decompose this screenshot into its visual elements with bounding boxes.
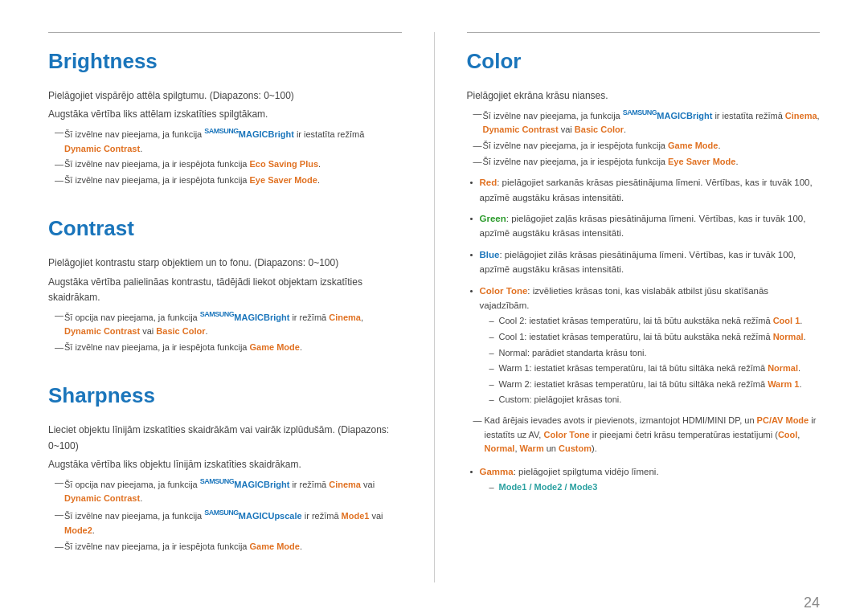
sharpness-desc1: Lieciet objektu līnijām izskatīties skai…: [48, 423, 402, 453]
brightness-title: Brightness: [48, 49, 402, 74]
sharpness-title: Sharpness: [48, 383, 402, 408]
left-column: Brightness Pielāgojiet vispārējo attēla …: [48, 32, 434, 582]
brightness-note1: Šī izvēlne nav pieejama, ja funkcija SAM…: [55, 125, 402, 156]
sharpness-section: Sharpness Lieciet objektu līnijām izskat…: [48, 383, 402, 554]
gamma-modes: Mode1 / Mode2 / Mode3: [486, 480, 821, 495]
top-divider-right: [467, 32, 821, 33]
brightness-desc2: Augstāka vērtība liks attēlam izskatītie…: [48, 107, 402, 122]
brightness-note3: Šī izvēlne nav pieejama, ja ir iespējota…: [55, 174, 402, 188]
color-tone-hdmi-note: Kad ārējais ievades avots ir pievienots,…: [473, 414, 821, 456]
color-bullet-gamma-item: Gamma: pielāgojiet spilgtuma vidējo līme…: [467, 464, 821, 495]
color-title: Color: [467, 49, 821, 74]
contrast-section: Contrast Pielāgojiet kontrastu starp obj…: [48, 216, 402, 354]
color-section: Color Pielāgojiet ekrāna krāsu nianses. …: [467, 49, 821, 495]
brightness-section: Brightness Pielāgojiet vispārējo attēla …: [48, 49, 402, 187]
brightness-note2: Šī izvēlne nav pieejama, ja ir iespējota…: [55, 157, 402, 172]
color-note3: Šī izvēlne nav pieejama, ja ir iespējota…: [473, 155, 821, 170]
color-tone-warm2: Warm 2: iestatiet krāsas temperatūru, la…: [486, 378, 821, 392]
color-note2: Šī izvēlne nav pieejama, ja ir iespējota…: [473, 139, 821, 153]
color-tone-cool1: Cool 1: iestatiet krāsas temperatūru, la…: [486, 330, 821, 345]
brightness-desc1: Pielāgojiet vispārējo attēla spilgtumu. …: [48, 88, 402, 104]
sharpness-desc2: Augstāka vērtība liks objektu līnijām iz…: [48, 457, 402, 472]
color-tone-custom: Custom: pielāgojiet krāsas toni.: [486, 393, 821, 407]
contrast-desc1: Pielāgojiet kontrastu starp objektiem un…: [48, 255, 402, 271]
top-divider-left: [48, 32, 402, 33]
contrast-note1: Šī opcija nav pieejama, ja funkcija SAMS…: [55, 309, 402, 339]
right-column: Color Pielāgojiet ekrāna krāsu nianses. …: [435, 32, 821, 582]
color-bullet-tone: Color Tone: izvēlieties krāsas toni, kas…: [467, 284, 821, 407]
color-bullet-red: Red: pielāgojiet sarkanās krāsas piesāti…: [467, 175, 821, 205]
color-note1: Šī izvēlne nav pieejama, ja funkcija SAM…: [473, 107, 821, 137]
page-number: 24: [804, 595, 820, 611]
color-tone-normal: Normal: parādiet standarta krāsu toni.: [486, 346, 821, 361]
color-bullet-gamma: Gamma: pielāgojiet spilgtuma vidējo līme…: [467, 464, 821, 495]
color-bullet-list: Red: pielāgojiet sarkanās krāsas piesāti…: [467, 175, 821, 407]
color-bullet-blue: Blue: pielāgojiet zilās krāsas piesātinā…: [467, 247, 821, 277]
sharpness-note2: Šī izvēlne nav pieejama, ja funkcija SAM…: [55, 508, 402, 538]
color-desc1: Pielāgojiet ekrāna krāsu nianses.: [467, 88, 821, 104]
color-bullet-green: Green: pielāgojiet zaļās krāsas piesātin…: [467, 211, 821, 241]
contrast-note2: Šī izvēlne nav pieejama, ja ir iespējota…: [55, 341, 402, 355]
color-tone-cool2: Cool 2: iestatiet krāsas temperatūru, la…: [486, 314, 821, 329]
sharpness-note3: Šī izvēlne nav pieejama, ja ir iespējota…: [55, 540, 402, 554]
sharpness-note1: Šī opcija nav pieejama, ja funkcija SAMS…: [55, 476, 402, 506]
contrast-title: Contrast: [48, 216, 402, 241]
color-tone-warm1: Warm 1: iestatiet krāsas temperatūru, la…: [486, 362, 821, 376]
contrast-desc2: Augstāka vērtība palielināas kontrastu, …: [48, 275, 402, 305]
